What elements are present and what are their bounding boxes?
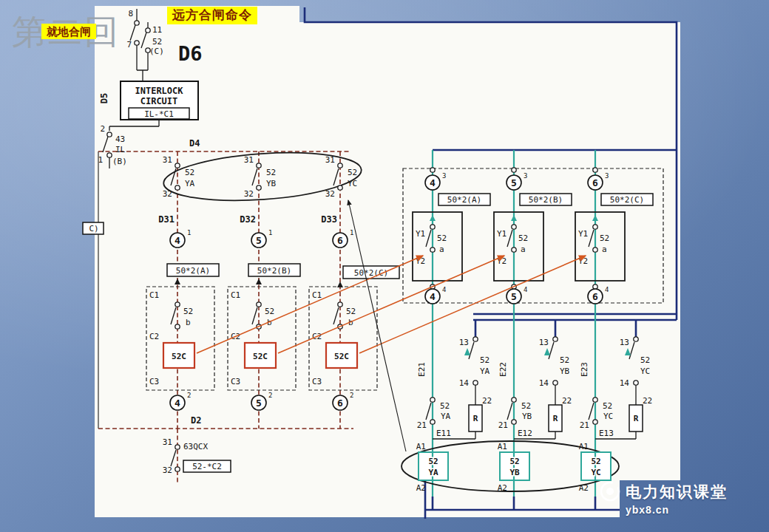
- relay-52-label: 52: [346, 307, 356, 316]
- contact-a-label: a: [602, 245, 607, 254]
- terminal-e22-label: E22: [498, 362, 508, 377]
- dc-bus-wires: [98, 151, 353, 485]
- terminal-e21-label: E21: [417, 362, 427, 377]
- terminal-31-label: 31: [163, 155, 172, 165]
- relay-52-label: 52: [600, 233, 609, 243]
- pressure-switch-63qcx: 31 63QCX 32 52-*C2: [163, 437, 231, 475]
- node-number: 5: [256, 398, 262, 409]
- interlock-line1: INTERLOCK: [135, 86, 183, 96]
- up-arrow-icon: [592, 215, 598, 221]
- node-superscript: 3: [524, 172, 527, 180]
- relay-50-2c-box-left: 50*2(C): [337, 266, 399, 287]
- phase-ya-label: YA: [441, 412, 451, 421]
- resistor-label: R: [634, 414, 639, 423]
- right-column-phase-a: 4 3 50*2(A) Y1 52 a Y2 4 4 13 52 YA 14 2…: [413, 168, 492, 493]
- relay-52-label: 52: [640, 355, 650, 365]
- node-number: 6: [592, 177, 598, 188]
- node-number: 6: [337, 235, 343, 246]
- coil-52-label: 52: [428, 457, 438, 466]
- relay-50-2a-label: 50*2(A): [447, 195, 481, 205]
- node-superscript: 2: [350, 392, 353, 399]
- terminal-14-label: 14: [459, 378, 470, 388]
- right-column-phase-c: 6 3 50*2(C) Y1 52 a Y2 6 4 13 52 YC 14 2…: [575, 168, 653, 493]
- phase-yc-label: YC: [640, 366, 650, 376]
- bus-d2-label: D2: [191, 415, 201, 426]
- watermark-brand: 电力知识课堂: [626, 482, 728, 502]
- sheet-d6-label: D6: [178, 42, 203, 65]
- terminal-8-label: 8: [128, 9, 133, 18]
- terminal-a2-label: A2: [498, 483, 507, 493]
- terminal-c3-label: C3: [149, 377, 159, 386]
- relay-52-label: 52: [521, 401, 531, 411]
- terminal-31-label: 31: [325, 155, 335, 165]
- up-arrow-icon: [256, 279, 262, 284]
- node-superscript: 1: [187, 229, 191, 236]
- clipped-c-label: C): [89, 224, 98, 233]
- node-number: 5: [511, 177, 517, 188]
- circuit-diagram: 8 7 11 52 (C) D6 INTERLOCK CIRCUIT IL-*C…: [0, 0, 769, 532]
- node-number: 4: [430, 177, 436, 188]
- relay-50-2c-label: 50*2(C): [610, 195, 644, 205]
- node-number: 5: [511, 291, 517, 302]
- node-circle-5-1: 5 1: [251, 229, 272, 248]
- node-circle-4-2: 4 2: [170, 392, 191, 410]
- terminal-22-label: 22: [562, 396, 572, 406]
- teal-arrow-icon: [625, 348, 631, 355]
- terminal-13-label: 13: [459, 338, 469, 347]
- terminal-22-label: 22: [643, 396, 652, 406]
- relay-y-box: [413, 212, 462, 281]
- relay-50-2b-label: 50*2(B): [529, 195, 563, 205]
- node-number: 4: [175, 235, 180, 246]
- terminal-32-label: 32: [163, 466, 172, 475]
- terminal-e11-label: E11: [436, 429, 451, 438]
- node-circle-6-1: 6 1: [333, 229, 353, 248]
- slide: 第二回: [0, 0, 769, 532]
- terminal-a2-label: A2: [579, 483, 589, 493]
- contact-b-label: b: [186, 318, 191, 327]
- node-superscript: 1: [268, 229, 272, 236]
- top-aux-contacts: 8 7 11 52 (C): [126, 9, 164, 81]
- relay-52-label: 52: [266, 168, 276, 177]
- watermark-site: ybx8.cn: [626, 504, 728, 516]
- orange-arrow-a: [197, 256, 423, 353]
- terminal-21-label: 21: [498, 420, 508, 430]
- node-number: 4: [175, 398, 180, 409]
- terminal-e23-label: E23: [580, 362, 589, 377]
- phase-ya-label: YA: [480, 366, 490, 376]
- black-reference-arrow: [348, 200, 406, 451]
- terminal-13-label: 13: [620, 338, 629, 347]
- relay-il-label: IL: [115, 145, 126, 154]
- remote-close-tag: 远方合闸命令: [167, 7, 257, 24]
- relay-50-2a-label: 50*2(A): [176, 266, 210, 276]
- terminal-2-label: 2: [100, 124, 105, 134]
- relay-50-2a-box-left: 50*2(A): [167, 264, 219, 284]
- relay-52c-phase-label: (C): [149, 47, 164, 56]
- relay-52-label: 52: [560, 355, 569, 365]
- wire-d31-label: D31: [158, 214, 175, 225]
- clipped-c-box: C): [83, 222, 104, 234]
- interlock-circuit-block: INTERLOCK CIRCUIT IL-*C1 D5: [99, 81, 198, 131]
- watermark: 电力知识课堂 ybx8.cn: [597, 479, 728, 516]
- phase-yb-label: YB: [266, 179, 277, 188]
- up-arrow-icon: [430, 215, 436, 221]
- coil-yc-label: YC: [591, 468, 600, 477]
- node-circle-5-2: 5 2: [251, 392, 272, 410]
- phase-yc-label: YC: [603, 412, 613, 421]
- node-superscript: 4: [524, 286, 527, 293]
- terminal-c1-label: C1: [312, 290, 322, 300]
- watermark-logo-icon: [597, 479, 623, 505]
- terminal-a1-label: A1: [416, 442, 426, 451]
- relay-50-2b-box-left: 50*2(B): [248, 264, 300, 284]
- wire-d33-label: D33: [321, 214, 337, 225]
- relay-52c-label: 52C: [172, 352, 186, 361]
- aux-switch-52yb-top: 31 52 YB 32: [244, 155, 277, 199]
- node-circle-6-2: 6 2: [333, 392, 353, 410]
- coil-ya-label: YA: [428, 468, 438, 477]
- terminal-14-label: 14: [539, 378, 549, 388]
- node-number: 6: [337, 398, 343, 409]
- terminal-c1-label: C1: [149, 290, 159, 300]
- node-superscript: 1: [350, 229, 353, 236]
- up-arrow-icon: [511, 215, 517, 221]
- up-arrow-icon: [175, 279, 180, 284]
- relay-y-box: [494, 212, 543, 281]
